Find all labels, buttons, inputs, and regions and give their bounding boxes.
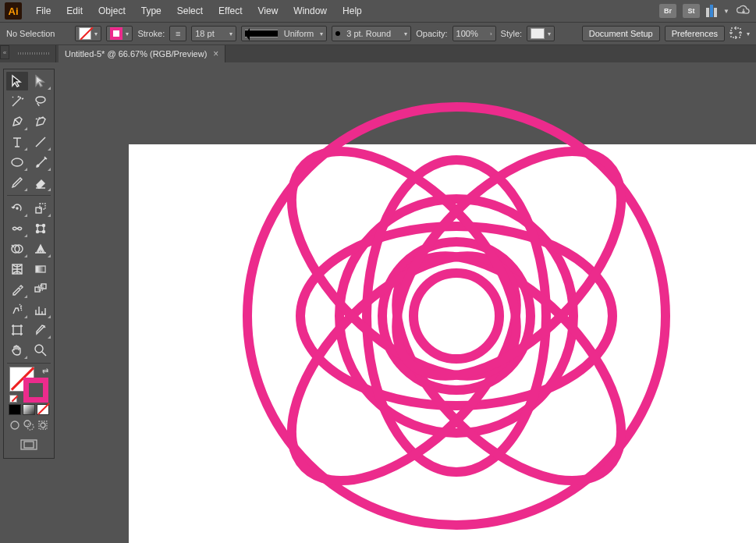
- fill-swatch-dropdown[interactable]: ▾: [75, 26, 101, 41]
- default-fill-stroke-icon[interactable]: [9, 395, 17, 403]
- svg-point-2: [16, 208, 18, 209]
- document-tab-title: Untitled-5* @ 66.67% (RGB/Preview): [65, 49, 207, 59]
- stroke-width-input[interactable]: 18 pt▾: [191, 26, 236, 41]
- chevron-down-icon[interactable]: ▼: [723, 8, 729, 15]
- tools-panel: ⇄: [3, 69, 55, 459]
- stroke-color-icon: [110, 27, 122, 40]
- svg-rect-4: [40, 204, 45, 209]
- slice-tool[interactable]: [30, 321, 51, 339]
- eraser-tool[interactable]: [30, 173, 51, 192]
- svg-rect-16: [41, 284, 46, 289]
- document-tab-bar: Untitled-5* @ 66.67% (RGB/Preview) ×: [0, 45, 756, 62]
- menu-edit[interactable]: Edit: [60, 2, 89, 20]
- pen-tool[interactable]: [6, 112, 28, 131]
- lasso-tool[interactable]: [30, 92, 51, 111]
- default-style-icon: [531, 28, 545, 39]
- stock-link-icon[interactable]: St: [683, 4, 700, 18]
- toolbox-grip-icon[interactable]: [11, 45, 56, 62]
- stroke-indicator-icon[interactable]: [23, 378, 48, 403]
- gradient-fill-mode-icon[interactable]: [23, 404, 35, 415]
- stroke-panel-link-icon[interactable]: ≡: [169, 26, 186, 41]
- shape-builder-tool[interactable]: [6, 240, 28, 258]
- pencil-tool[interactable]: [6, 173, 28, 192]
- canvas-viewport[interactable]: Ba jin: [59, 62, 756, 543]
- brush-definition-dropdown[interactable]: 3 pt. Round ▾: [332, 26, 411, 41]
- ellipse-tool[interactable]: [6, 153, 28, 172]
- control-options-bar: No Selection ▾ ▾ Stroke: ≡ 18 pt▾ Unifor…: [0, 22, 756, 45]
- perspective-grid-tool[interactable]: [30, 240, 51, 258]
- app-menu-bar: Ai File Edit Object Type Select Effect V…: [0, 0, 756, 22]
- scale-tool[interactable]: [30, 199, 51, 218]
- swap-fill-stroke-icon[interactable]: ⇄: [42, 367, 48, 375]
- selection-status-label: No Selection: [6, 29, 55, 38]
- direct-selection-tool[interactable]: [30, 72, 51, 90]
- style-label: Style:: [501, 29, 523, 38]
- stroke-width-label: Stroke:: [137, 29, 165, 38]
- sync-settings-icon[interactable]: [736, 5, 751, 18]
- draw-normal-icon[interactable]: [9, 420, 20, 433]
- preferences-button[interactable]: Preferences: [665, 26, 725, 41]
- mesh-tool[interactable]: [6, 260, 28, 279]
- magic-wand-tool[interactable]: [6, 92, 28, 111]
- draw-inside-icon[interactable]: [37, 420, 48, 433]
- column-graph-tool[interactable]: [30, 300, 51, 319]
- svg-point-7: [43, 225, 45, 227]
- chevron-down-icon[interactable]: ▾: [747, 30, 750, 37]
- menu-effect[interactable]: Effect: [212, 2, 248, 20]
- none-fill-mode-icon[interactable]: [37, 404, 49, 415]
- graphic-style-dropdown[interactable]: ▾: [527, 26, 555, 41]
- brush-name: 3 pt. Round: [346, 29, 391, 38]
- menu-object[interactable]: Object: [92, 2, 132, 20]
- hand-tool[interactable]: [6, 341, 28, 360]
- menu-window[interactable]: Window: [287, 2, 333, 20]
- width-tool[interactable]: [6, 219, 28, 238]
- no-fill-icon: [79, 27, 91, 40]
- blend-tool[interactable]: [30, 280, 51, 299]
- uniform-profile-icon: [245, 30, 277, 37]
- type-tool[interactable]: [6, 133, 28, 151]
- eyedropper-tool[interactable]: [6, 280, 28, 299]
- menu-file[interactable]: File: [30, 2, 57, 20]
- color-fill-mode-icon[interactable]: [9, 404, 21, 415]
- fill-stroke-indicator[interactable]: ⇄: [9, 367, 48, 403]
- profile-name: Uniform: [284, 29, 314, 38]
- stroke-swatch-dropdown[interactable]: ▾: [106, 26, 133, 41]
- svg-rect-17: [13, 326, 21, 334]
- svg-point-18: [35, 345, 43, 353]
- svg-rect-14: [35, 287, 40, 292]
- opacity-input[interactable]: 100%›: [453, 26, 496, 41]
- zoom-tool[interactable]: [30, 341, 51, 360]
- svg-rect-13: [36, 266, 45, 272]
- svg-point-23: [41, 423, 45, 428]
- panel-collapse-handle[interactable]: «: [0, 45, 9, 59]
- document-tab[interactable]: Untitled-5* @ 66.67% (RGB/Preview) ×: [59, 45, 225, 62]
- svg-point-19: [11, 421, 19, 429]
- symbol-sprayer-tool[interactable]: [6, 300, 28, 319]
- screen-mode-button[interactable]: [5, 439, 52, 452]
- align-to-icon[interactable]: [729, 27, 742, 41]
- selection-tool[interactable]: [6, 72, 28, 90]
- menu-help[interactable]: Help: [336, 2, 368, 20]
- draw-behind-icon[interactable]: [23, 420, 34, 433]
- free-transform-tool[interactable]: [30, 219, 51, 238]
- menu-type[interactable]: Type: [135, 2, 168, 20]
- close-tab-icon[interactable]: ×: [213, 48, 218, 59]
- svg-point-9: [43, 231, 45, 233]
- line-segment-tool[interactable]: [30, 133, 51, 151]
- bridge-link-icon[interactable]: Br: [659, 4, 676, 18]
- opacity-value: 100%: [456, 29, 478, 38]
- rotate-tool[interactable]: [6, 199, 28, 218]
- document-setup-button[interactable]: Document Setup: [582, 26, 660, 41]
- menu-select[interactable]: Select: [171, 2, 209, 20]
- gradient-tool[interactable]: [30, 260, 51, 279]
- brush-dot-icon: [335, 31, 340, 36]
- svg-point-8: [37, 231, 39, 233]
- variable-width-profile-dropdown[interactable]: Uniform ▾: [241, 26, 327, 41]
- artboard-tool[interactable]: [6, 321, 28, 339]
- artboard[interactable]: [129, 144, 756, 543]
- app-logo-ai: Ai: [5, 2, 22, 20]
- arrange-documents-icon[interactable]: [706, 5, 717, 17]
- paintbrush-tool[interactable]: [30, 153, 51, 172]
- curvature-tool[interactable]: [30, 112, 51, 131]
- menu-view[interactable]: View: [252, 2, 285, 20]
